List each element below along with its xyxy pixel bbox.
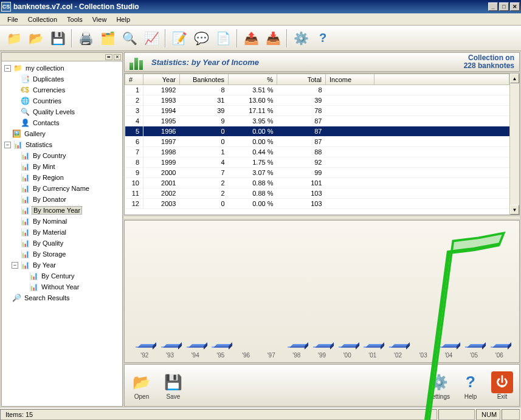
chart-bar-icon: 📊	[20, 249, 30, 259]
tree-item-duplicates[interactable]: 📑Duplicates	[3, 74, 121, 84]
delete-icon[interactable]: 📄	[213, 28, 233, 49]
sidebar: ⬌ ✕ − 📁 my collection 📑Duplicates €$Curr…	[1, 52, 123, 407]
tree-item-by-century[interactable]: 📊By Century	[3, 270, 121, 281]
tree-item-by-mint[interactable]: 📊By Mint	[3, 161, 121, 172]
preview-icon[interactable]: 🗂️	[97, 28, 118, 49]
tree-item-by-currency-name[interactable]: 📊By Currency Name	[3, 183, 121, 194]
table-row[interactable]: 219933113.60 %39	[125, 95, 509, 106]
table-row[interactable]: 6199700.00 %87	[125, 137, 509, 147]
tree-item-currencies[interactable]: €$Currencies	[3, 84, 121, 95]
settings-icon[interactable]: ⚙️	[291, 28, 311, 49]
stats-header-icon	[129, 54, 145, 70]
tree-item-by-storage[interactable]: 📊By Storage	[3, 249, 121, 260]
chart-line	[132, 225, 512, 420]
col-header[interactable]: Year	[143, 74, 180, 85]
chart-bar-icon: 📊	[20, 151, 30, 160]
table-row[interactable]: 5199600.00 %87	[125, 126, 509, 137]
table-row[interactable]: 4199593.95 %87	[125, 116, 509, 126]
x-tick-label: '05	[461, 352, 487, 359]
tree-item-by-income-year[interactable]: 📊By Income Year	[3, 205, 121, 216]
sidebar-close-icon[interactable]: ✕	[114, 54, 121, 60]
currency-icon: €$	[20, 85, 30, 95]
tree-item-by-country[interactable]: 📊By Country	[3, 150, 121, 161]
menu-collection[interactable]: Collection	[23, 15, 62, 24]
table-row[interactable]: 319943917.11 %78	[125, 106, 509, 116]
tree-item-gallery[interactable]: 🖼️Gallery	[3, 128, 121, 139]
sidebar-pin-icon[interactable]: ⬌	[105, 54, 112, 60]
main-toolbar: 📁 📂 💾 🖨️ 🗂️ 🔍 📈 📝 💬 📄 📤 📥 ⚙️ ?	[0, 26, 521, 51]
tree-item-by-nominal[interactable]: 📊By Nominal	[3, 216, 121, 227]
minimize-button[interactable]: _	[488, 2, 498, 11]
tree-item-without-year[interactable]: 📊Without Year	[3, 281, 121, 292]
data-table[interactable]: #YearBanknotes%TotalIncome 1199283.51 %8…	[125, 74, 509, 209]
search-icon[interactable]: 🔍	[119, 28, 140, 49]
menu-help[interactable]: Help	[111, 15, 135, 24]
chart-bar-icon: 📊	[29, 271, 38, 281]
col-header[interactable]: Total	[277, 74, 326, 85]
maximize-button[interactable]: □	[499, 2, 509, 11]
chart-panel: '92'93'94'95'96'97'98'99'00'01'02'03'04'…	[124, 220, 520, 363]
table-row[interactable]: 7199810.44 %88	[125, 147, 509, 157]
toolbar-separator	[236, 29, 238, 47]
chart-bar-icon: 📊	[20, 216, 30, 226]
x-tick-label: '94	[182, 352, 208, 359]
col-header[interactable]: Banknotes	[180, 74, 229, 85]
table-row[interactable]: 11200220.88 %103	[125, 188, 509, 199]
navigation-tree[interactable]: − 📁 my collection 📑Duplicates €$Currenci…	[2, 61, 122, 406]
tree-item-by-quality[interactable]: 📊By Quality	[3, 238, 121, 249]
scroll-down-icon[interactable]: ▼	[510, 205, 519, 215]
tree-item-countries[interactable]: 🌐Countries	[3, 95, 121, 106]
tree-item-quality[interactable]: 🔍Quality Levels	[3, 106, 121, 117]
tree-item-search-results[interactable]: 🔎Search Results	[3, 292, 121, 303]
scroll-track[interactable]	[510, 83, 519, 205]
table-row[interactable]: 1199283.51 %8	[125, 85, 509, 95]
collapse-icon[interactable]: −	[12, 262, 18, 269]
vertical-scrollbar[interactable]: ▲ ▼	[509, 74, 519, 215]
export-icon[interactable]: 📤	[241, 28, 261, 49]
save-icon[interactable]: 💾	[47, 28, 68, 49]
chart-bar-icon: 📊	[20, 227, 30, 237]
horizontal-splitter[interactable]	[124, 216, 520, 219]
print-icon[interactable]: 🖨️	[75, 28, 96, 49]
tree-item-by-material[interactable]: 📊By Material	[3, 227, 121, 238]
comment-icon[interactable]: 💬	[191, 28, 212, 49]
col-header[interactable]: Income	[326, 74, 374, 85]
tree-item-by-region[interactable]: 📊By Region	[3, 172, 121, 183]
menu-tools[interactable]: Tools	[62, 15, 88, 24]
chart-bar-icon: 📊	[20, 184, 30, 193]
col-header[interactable]: #	[125, 74, 143, 85]
x-tick-label: '96	[233, 352, 259, 359]
open-icon[interactable]: 📂	[26, 28, 46, 49]
collapse-icon[interactable]: −	[4, 142, 11, 148]
menu-file[interactable]: File	[2, 15, 23, 24]
tree-item-by-year[interactable]: − 📊 By Year	[3, 260, 121, 270]
stats-subtitle: Collection on 228 banknotes	[464, 54, 514, 70]
window-titlebar: CS banknotes.v7.col - Collection Studio …	[0, 0, 521, 13]
scroll-up-icon[interactable]: ▲	[510, 74, 519, 83]
x-tick-label: '98	[284, 352, 309, 359]
x-tick-label: '97	[258, 352, 284, 359]
tree-root-my-collection[interactable]: − 📁 my collection	[3, 63, 121, 74]
duplicates-icon: 📑	[20, 74, 30, 84]
collapse-icon[interactable]: −	[4, 65, 11, 72]
table-row[interactable]: 9200073.07 %99	[125, 168, 509, 178]
table-row[interactable]: 12200300.00 %103	[125, 199, 509, 209]
chart-bar-icon: 📊	[20, 205, 30, 215]
edit-icon[interactable]: 📝	[169, 28, 190, 49]
import-icon[interactable]: 📥	[263, 28, 283, 49]
col-header[interactable]: %	[229, 74, 277, 85]
tree-item-statistics[interactable]: − 📊 Statistics	[3, 139, 121, 150]
tree-item-by-donator[interactable]: 📊By Donator	[3, 194, 121, 205]
close-button[interactable]: ✕	[510, 2, 520, 11]
sidebar-toolbar: ⬌ ✕	[2, 53, 122, 61]
table-row[interactable]: 8199941.75 %92	[125, 157, 509, 168]
chart-icon[interactable]: 📈	[141, 28, 162, 49]
chart-bar-icon: 📊	[20, 238, 30, 248]
table-row[interactable]: 10200120.88 %101	[125, 178, 509, 188]
toolbar-separator	[165, 29, 166, 47]
help-icon[interactable]: ?	[312, 28, 333, 49]
x-tick-label: '92	[132, 352, 157, 359]
new-collection-icon[interactable]: 📁	[4, 28, 24, 49]
menu-view[interactable]: View	[88, 15, 112, 24]
tree-item-contacts[interactable]: 👤Contacts	[3, 117, 121, 128]
